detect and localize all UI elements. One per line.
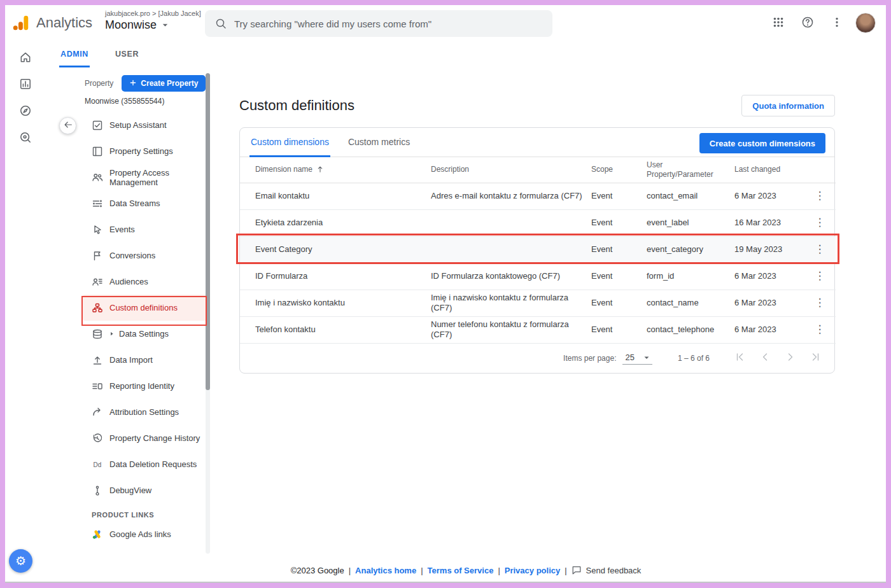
analytics-logo-block[interactable]: Analytics [11, 13, 92, 32]
sidebar-item-property-change-history[interactable]: Property Change History [83, 425, 207, 451]
sidebar-item-setup-assistant[interactable]: Setup Assistant [83, 112, 207, 138]
avatar[interactable] [855, 13, 876, 33]
previous-page-button[interactable] [757, 350, 773, 367]
rail-advertising-icon[interactable] [10, 125, 41, 150]
header-dimension-label: Dimension name [255, 165, 312, 174]
sidebar-item-property-settings[interactable]: Property Settings [83, 138, 207, 164]
rail-reports-icon[interactable] [10, 71, 41, 97]
footer: ©2023 Google | Analytics home|Terms of S… [46, 565, 886, 575]
sidebar-scrollbar-thumb[interactable] [206, 73, 210, 390]
search-input[interactable] [234, 18, 542, 29]
next-page-button[interactable] [782, 350, 799, 367]
sidebar-item-property-access-management[interactable]: Property Access Management [83, 164, 207, 190]
table-header-row: Dimension name Description Scope User Pr… [240, 157, 836, 183]
sidebar-item-data-settings[interactable]: Data Settings [83, 321, 207, 347]
cell-last-changed: 16 Mar 2023 [734, 209, 809, 236]
last-page-button[interactable] [808, 350, 824, 367]
tab-admin[interactable]: ADMIN [59, 42, 90, 67]
property-selector[interactable]: Moonwise [105, 18, 201, 32]
main-title-row: Custom definitions Quota information [239, 93, 835, 118]
pagination-bar: Items per page: 25 1 – 6 of 6 [240, 344, 834, 373]
cell-last-changed: 6 Mar 2023 [734, 316, 809, 343]
sidebar-item-audiences[interactable]: Audiences [83, 269, 207, 295]
sidebar-item-attribution-settings[interactable]: Attribution Settings [83, 399, 207, 425]
header-dimension-name[interactable]: Dimension name [240, 157, 431, 183]
cell-scope: Event [591, 183, 647, 209]
footer-links: Analytics home|Terms of Service|Privacy … [355, 566, 560, 575]
left-rail-items [5, 42, 46, 583]
row-menu-button[interactable]: ⋮ [809, 217, 831, 228]
send-feedback-link[interactable]: Send feedback [572, 565, 642, 575]
row-menu-button[interactable]: ⋮ [809, 270, 831, 281]
create-custom-dimensions-button[interactable]: Create custom dimensions [699, 133, 825, 153]
items-per-page-select[interactable]: 25 [622, 351, 652, 365]
sort-ascending-icon [316, 165, 325, 174]
sidebar-item-data-streams[interactable]: Data Streams [83, 190, 207, 216]
cell-parameter: event_label [647, 209, 734, 236]
cell-description: Numer telefonu kontaktu z formularza (CF… [431, 316, 591, 343]
items-per-page-value: 25 [625, 353, 634, 362]
sidebar-item-conversions[interactable]: Conversions [83, 242, 207, 269]
dimensions-table-body: Email kontaktuAdres e-mail kontaktu z fo… [240, 183, 836, 343]
sidebar-item-events[interactable]: Events [83, 216, 207, 242]
header-last-changed: Last changed [734, 157, 809, 183]
tab-custom-dimensions[interactable]: Custom dimensions [249, 128, 330, 157]
tab-custom-metrics[interactable]: Custom metrics [347, 128, 411, 157]
footer-link-terms-of-service[interactable]: Terms of Service [428, 566, 494, 575]
sidebar-item-label: Data Import [109, 355, 153, 365]
chevron-down-icon [160, 20, 170, 30]
top-header: Analytics jakubjacek.pro > [Jakub Jacek]… [5, 5, 886, 42]
cell-dimension-name: Event Category [240, 236, 431, 263]
sidebar-item-label: Google Ads links [109, 529, 171, 539]
collapse-sidebar-button[interactable] [59, 117, 76, 134]
first-page-button[interactable] [731, 350, 748, 367]
header-user-property: User Property/Parameter [647, 157, 734, 183]
cell-dimension-name: Imię i nazwisko kontaktu [240, 290, 431, 316]
create-property-label: Create Property [141, 79, 198, 88]
footer-link-privacy-policy[interactable]: Privacy policy [505, 566, 560, 575]
breadcrumb: jakubjacek.pro > [Jakub Jacek] Moonwise [105, 10, 201, 32]
attribution-icon [92, 407, 103, 418]
feedback-chat-icon [572, 565, 582, 575]
bottom-edge-line [5, 582, 886, 583]
apps-grid-button[interactable] [768, 12, 789, 34]
admin-gear-button[interactable]: ⚙ [9, 549, 32, 573]
footer-separator: | [421, 566, 423, 575]
data-streams-icon [92, 198, 103, 209]
property-selector-label: Moonwise [105, 18, 157, 32]
table-row-etykieta-zdarzenia: Etykieta zdarzeniaEventevent_label16 Mar… [240, 209, 836, 236]
debug-icon [92, 485, 103, 496]
next-page-icon [785, 351, 796, 365]
footer-link-analytics-home[interactable]: Analytics home [355, 566, 416, 575]
row-menu-button[interactable]: ⋮ [809, 297, 831, 308]
help-button[interactable] [797, 12, 818, 34]
rail-home-icon[interactable] [10, 45, 41, 70]
cell-last-changed: 6 Mar 2023 [734, 290, 809, 316]
sidebar-item-google-ads-links[interactable]: Google Ads links [83, 521, 207, 547]
previous-page-icon [759, 351, 771, 365]
analytics-logo-icon [11, 13, 31, 32]
rail-explore-icon[interactable] [10, 98, 41, 123]
upload-icon [92, 354, 103, 366]
people-icon [92, 172, 103, 183]
row-menu-button[interactable]: ⋮ [809, 244, 831, 255]
cell-scope: Event [591, 209, 647, 236]
sidebar-item-data-import[interactable]: Data Import [83, 347, 207, 373]
create-property-button[interactable]: Create Property [122, 75, 206, 92]
plus-icon [129, 79, 137, 88]
chevron-down-icon [642, 353, 651, 362]
sidebar-item-debugview[interactable]: DebugView [83, 477, 207, 503]
sidebar-item-custom-definitions[interactable]: Custom definitions [83, 295, 207, 321]
row-menu-button[interactable]: ⋮ [809, 190, 831, 201]
sidebar-item-data-deletion-requests[interactable]: DdData Deletion Requests [83, 451, 207, 477]
sidebar-item-reporting-identity[interactable]: Reporting Identity [83, 373, 207, 399]
footer-separator: | [498, 566, 500, 575]
search-bar[interactable] [205, 10, 552, 37]
custom-definitions-icon [92, 302, 103, 314]
quota-information-button[interactable]: Quota information [741, 95, 835, 116]
cell-dimension-name: Email kontaktu [240, 183, 431, 209]
cell-scope: Event [591, 263, 647, 290]
row-menu-button[interactable]: ⋮ [809, 324, 831, 335]
more-options-button[interactable] [826, 12, 848, 34]
tab-user[interactable]: USER [114, 42, 140, 67]
